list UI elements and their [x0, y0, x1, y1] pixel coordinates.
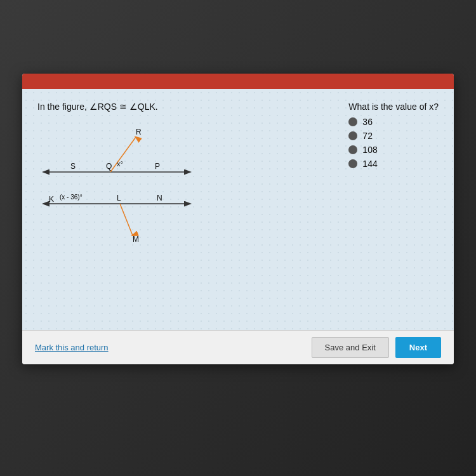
- question-window: In the figure, ∠RQS ≅ ∠QLK. P) -->: [22, 74, 454, 364]
- svg-text:Q: Q: [106, 162, 112, 171]
- svg-text:K: K: [49, 195, 54, 204]
- question-top: In the figure, ∠RQS ≅ ∠QLK. P) -->: [37, 102, 439, 245]
- answer-option-72-label: 72: [362, 131, 373, 141]
- save-exit-button[interactable]: Save and Exit: [312, 337, 389, 358]
- question-statement: In the figure, ∠RQS ≅ ∠QLK.: [37, 102, 158, 112]
- radio-dot-72: [348, 131, 357, 140]
- answer-option-36-label: 36: [362, 117, 373, 127]
- answer-option-144[interactable]: 144: [348, 159, 439, 169]
- figure-svg: P) -->: [37, 118, 202, 245]
- svg-text:P: P: [155, 162, 160, 171]
- answer-option-108[interactable]: 108: [348, 145, 439, 155]
- radio-dot-36: [348, 117, 357, 126]
- answer-option-144-label: 144: [362, 159, 377, 169]
- question-text: In the figure, ∠RQS ≅ ∠QLK.: [37, 102, 202, 112]
- mark-return-button[interactable]: Mark this and return: [35, 343, 109, 352]
- answer-option-72[interactable]: 72: [348, 131, 439, 141]
- footer-buttons: Save and Exit Next: [312, 337, 441, 358]
- radio-dot-108: [348, 145, 357, 154]
- svg-text:S: S: [70, 162, 76, 171]
- answer-option-108-label: 108: [362, 145, 377, 155]
- answer-options-list: 36 72 108 144: [348, 117, 439, 169]
- screen-background: In the figure, ∠RQS ≅ ∠QLK. P) -->: [0, 0, 476, 476]
- svg-text:L: L: [117, 194, 121, 202]
- svg-text:(x - 36)°: (x - 36)°: [60, 194, 83, 201]
- svg-text:M: M: [133, 235, 139, 244]
- question-content: In the figure, ∠RQS ≅ ∠QLK. P) -->: [22, 89, 454, 330]
- next-button[interactable]: Next: [395, 337, 441, 358]
- svg-line-2: [110, 137, 136, 172]
- answer-section: What is the value of x? 36 72 108: [348, 102, 439, 173]
- radio-dot-144: [348, 159, 357, 168]
- answer-label: What is the value of x?: [348, 102, 439, 112]
- window-footer: Mark this and return Save and Exit Next: [22, 330, 454, 364]
- svg-text:x°: x°: [117, 160, 123, 168]
- question-left: In the figure, ∠RQS ≅ ∠QLK. P) -->: [37, 102, 202, 245]
- svg-line-3: [120, 204, 133, 235]
- answer-option-36[interactable]: 36: [348, 117, 439, 127]
- window-header: [22, 74, 454, 89]
- svg-text:R: R: [136, 128, 142, 136]
- svg-text:N: N: [157, 194, 162, 202]
- geometry-figure: P) -->: [37, 118, 202, 245]
